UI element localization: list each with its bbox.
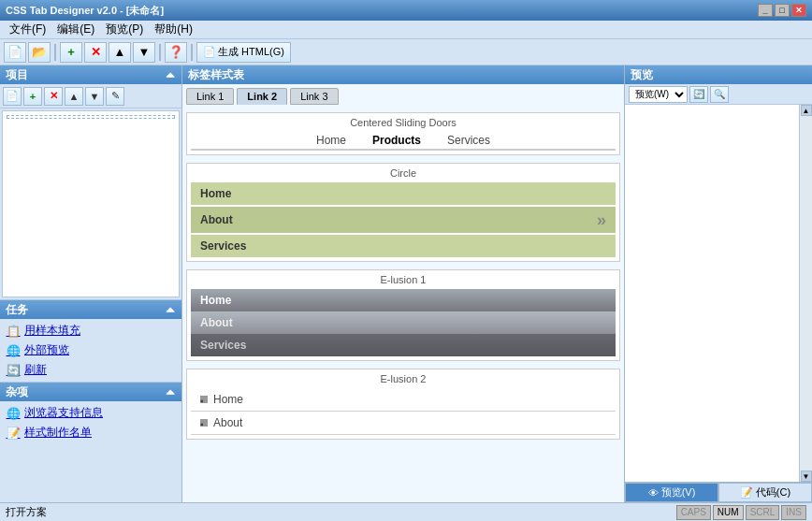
task-external-preview[interactable]: 🌐 外部预览 (6, 342, 176, 358)
style-credits-icon: 📝 (6, 426, 21, 441)
circle-nav: Home About » Services (191, 182, 616, 257)
task-refresh[interactable]: 🔄 刷新 (6, 362, 176, 378)
new-button[interactable]: 📄 (4, 42, 26, 63)
project-header: 项目 ⏶ (0, 65, 181, 84)
circle-nav-home[interactable]: Home (191, 182, 616, 205)
refresh-icon: 🔄 (6, 363, 21, 378)
misc-header-label: 杂项 (6, 384, 28, 400)
menu-bar: 文件(F) 编辑(E) 预览(P) 帮助(H) (0, 21, 812, 39)
toolbar-separator-2 (159, 44, 161, 61)
task-header: 任务 ⏶ (0, 300, 181, 319)
preview-scrollbar[interactable]: ▲ ▼ (799, 105, 812, 482)
toolbar-separator-1 (54, 44, 56, 61)
maximize-button[interactable]: □ (775, 4, 790, 17)
project-toolbar: 📄 + ✕ ▲ ▼ ✎ (0, 84, 181, 109)
circle-nav-about[interactable]: About » (191, 207, 616, 233)
title-bar: CSS Tab Designer v2.0 - [未命名] _ □ ✕ (0, 0, 812, 21)
tab-link1[interactable]: Link 1 (186, 88, 234, 105)
proj-up-btn[interactable]: ▲ (65, 87, 83, 106)
elusion1-section: E-lusion 1 Home About Services (186, 269, 620, 361)
elusion2-about-label: About (213, 416, 242, 429)
elusion2-label: E-lusion 2 (191, 373, 616, 384)
delete-button[interactable]: ✕ (84, 42, 107, 63)
project-header-label: 项目 (6, 67, 28, 83)
task-header-label: 任务 (6, 302, 28, 318)
bullet-icon-1: ▪ (200, 396, 208, 403)
proj-new-btn[interactable]: 📄 (3, 87, 22, 106)
misc-collapse-icon[interactable]: ⏶ (165, 385, 176, 398)
circle-arrow-icon: » (597, 211, 606, 228)
generate-html-button[interactable]: 📄 生成 HTML(G) (196, 42, 291, 63)
elusion1-about[interactable]: About (191, 311, 616, 334)
nav-services[interactable]: Services (443, 134, 494, 147)
scroll-up-arrow[interactable]: ▲ (801, 105, 812, 116)
center-panel-header: 标签样式表 (182, 65, 624, 84)
center-panel: 标签样式表 Link 1 Link 2 Link 3 Centered Slid… (182, 65, 625, 502)
close-button[interactable]: ✕ (791, 4, 806, 17)
tab-link2[interactable]: Link 2 (237, 88, 287, 105)
sliding-doors-nav: Home Products Services (191, 132, 616, 151)
misc-browser-info[interactable]: 🌐 浏览器支持信息 (6, 405, 176, 421)
menu-help[interactable]: 帮助(H) (149, 21, 198, 38)
link-tabs: Link 1 Link 2 Link 3 (186, 88, 620, 105)
preview-zoom-btn[interactable]: 🔍 (710, 86, 729, 103)
task-refresh-label: 刷新 (24, 362, 47, 378)
elusion2-about[interactable]: ▪ About (191, 412, 616, 435)
circle-nav-services[interactable]: Services (191, 235, 616, 257)
misc-browser-label: 浏览器支持信息 (24, 405, 103, 421)
up-button[interactable]: ▲ (109, 42, 131, 63)
task-fill-label: 用样本填充 (24, 323, 80, 339)
preview-content: ▲ ▼ (625, 105, 812, 482)
task-collapse-icon[interactable]: ⏶ (165, 303, 176, 316)
main-toolbar: 📄 📂 + ✕ ▲ ▼ ❓ 📄 生成 HTML(G) (0, 39, 812, 65)
elusion1-home[interactable]: Home (191, 289, 616, 311)
elusion2-home[interactable]: ▪ Home (191, 388, 616, 412)
num-indicator: NUM (713, 505, 744, 520)
preview-dropdown[interactable]: 预览(W) (629, 86, 688, 103)
sidebar: 项目 ⏶ 📄 + ✕ ▲ ▼ ✎ 任务 ⏶ 📋 (0, 65, 182, 502)
tab-link3[interactable]: Link 3 (290, 88, 338, 105)
elusion2-home-label: Home (213, 393, 243, 406)
proj-down-btn[interactable]: ▼ (85, 87, 104, 106)
list-item[interactable] (7, 115, 175, 119)
minimize-button[interactable]: _ (758, 4, 773, 17)
task-fill-sample[interactable]: 📋 用样本填充 (6, 323, 176, 339)
circle-section: Circle Home About » Services (186, 163, 620, 262)
preview-tab-icon: 👁 (648, 487, 659, 499)
misc-section: 杂项 ⏶ 🌐 浏览器支持信息 📝 样式制作名单 (0, 382, 181, 444)
scrl-indicator: SCRL (746, 505, 780, 520)
elusion1-nav: Home About Services (191, 289, 616, 356)
help-button[interactable]: ❓ (165, 42, 187, 63)
menu-file[interactable]: 文件(F) (4, 21, 51, 38)
preview-refresh-btn[interactable]: 🔄 (689, 86, 708, 103)
add-button[interactable]: + (60, 42, 82, 63)
right-header-label: 预览 (631, 67, 653, 83)
down-button[interactable]: ▼ (133, 42, 155, 63)
scroll-down-arrow[interactable]: ▼ (801, 470, 812, 482)
tab-code[interactable]: 📝 代码(C) (718, 483, 812, 502)
task-external-label: 外部预览 (24, 342, 69, 358)
project-collapse-icon[interactable]: ⏶ (165, 68, 176, 81)
preview-bottom-tabs: 👁 预览(V) 📝 代码(C) (625, 482, 812, 502)
right-panel: 预览 预览(W) 🔄 🔍 ▲ ▼ 👁 预览(V) 📝 代码(C) (625, 65, 812, 502)
circle-services-label: Services (200, 239, 246, 253)
elusion1-services[interactable]: Services (191, 334, 616, 356)
proj-del-btn[interactable]: ✕ (44, 87, 63, 106)
nav-home[interactable]: Home (312, 134, 350, 147)
tab-preview[interactable]: 👁 预览(V) (625, 483, 718, 502)
menu-preview[interactable]: 预览(P) (100, 21, 149, 38)
open-button[interactable]: 📂 (28, 42, 51, 63)
proj-add-btn[interactable]: + (23, 87, 42, 106)
proj-edit-btn[interactable]: ✎ (106, 87, 124, 106)
main-content: 项目 ⏶ 📄 + ✕ ▲ ▼ ✎ 任务 ⏶ 📋 (0, 65, 812, 502)
nav-products[interactable]: Products (369, 134, 425, 147)
misc-style-credits[interactable]: 📝 样式制作名单 (6, 425, 176, 441)
right-panel-header: 预览 (625, 65, 812, 84)
center-header-label: 标签样式表 (188, 67, 244, 83)
window-controls: _ □ ✕ (758, 4, 806, 17)
app-title: CSS Tab Designer v2.0 - [未命名] (6, 4, 164, 18)
menu-edit[interactable]: 编辑(E) (51, 21, 100, 38)
ins-indicator: INS (781, 505, 806, 520)
elusion2-nav: ▪ Home ▪ About (191, 388, 616, 435)
status-text: 打开方案 (6, 505, 47, 519)
